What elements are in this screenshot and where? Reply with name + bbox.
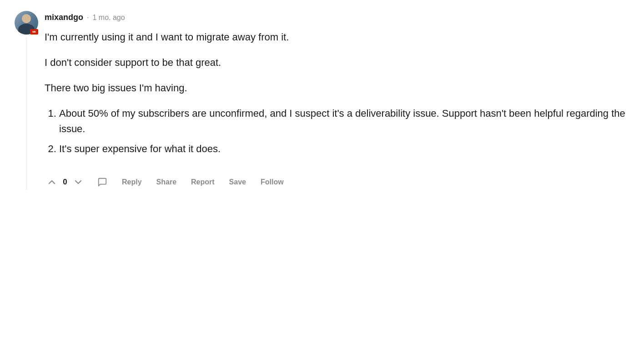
paragraph-2: I don't consider support to be that grea… <box>45 55 629 70</box>
vote-count: 0 <box>63 178 67 187</box>
comment-icon-button[interactable] <box>95 174 110 190</box>
list-item-2: It's super expensive for what it does. <box>59 141 629 157</box>
comment-container: MIX mixandgo · 1 mo. ago I'm currently u… <box>15 11 629 190</box>
reply-button[interactable]: Reply <box>119 175 145 189</box>
paragraph-3: There two big issues I'm having. <box>45 80 629 96</box>
issues-list: About 50% of my subscribers are unconfir… <box>45 106 629 157</box>
avatar-head <box>22 14 31 23</box>
list-item-1: About 50% of my subscribers are unconfir… <box>59 106 629 137</box>
comment-body: I'm currently using it and I want to mig… <box>45 30 629 167</box>
avatar-wrapper: MIX <box>15 11 38 35</box>
share-button[interactable]: Share <box>154 175 179 189</box>
username[interactable]: mixandgo <box>45 13 83 22</box>
vote-section: 0 <box>45 175 86 189</box>
save-button[interactable]: Save <box>226 175 249 189</box>
dot-separator: · <box>87 14 89 22</box>
brand-badge: MIX <box>30 29 38 35</box>
timestamp: 1 mo. ago <box>92 14 125 22</box>
upvote-button[interactable] <box>45 175 59 189</box>
follow-button[interactable]: Follow <box>258 175 287 189</box>
avatar-section: MIX <box>15 11 38 190</box>
downvote-button[interactable] <box>71 175 86 189</box>
report-button[interactable]: Report <box>188 175 217 189</box>
comment-actions: 0 Reply Share Report Save Follow <box>45 174 629 190</box>
paragraph-1: I'm currently using it and I want to mig… <box>45 30 629 45</box>
thread-line <box>26 37 27 190</box>
comment-header: mixandgo · 1 mo. ago <box>45 13 629 22</box>
content-section: mixandgo · 1 mo. ago I'm currently using… <box>45 11 629 190</box>
